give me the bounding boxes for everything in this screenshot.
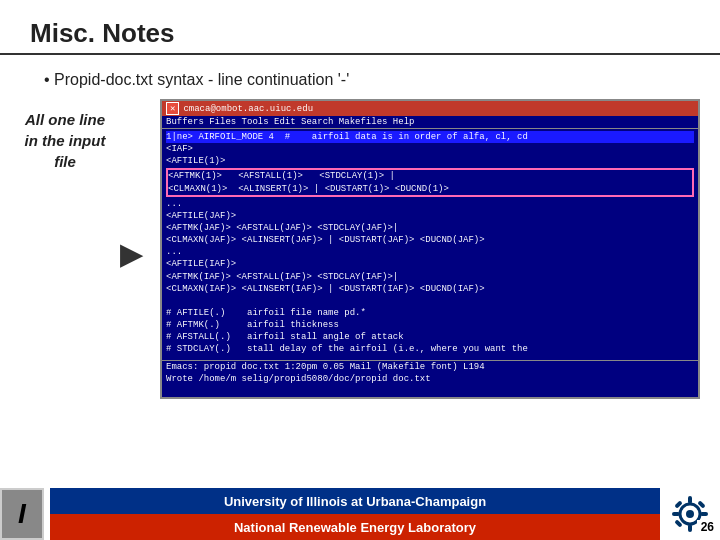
svg-rect-5: [700, 512, 708, 516]
terminal-line: <AFTILE(1)>: [166, 155, 694, 167]
terminal-line: # AFTMK(.) airfoil thickness: [166, 319, 694, 331]
terminal-statusbar: Emacs: propid doc.txt 1:20pm 0.05 Mail (…: [162, 360, 698, 373]
terminal-body: 1|ne> AIRFOIL_MODE 4 # airfoil data is i…: [162, 129, 698, 358]
terminal-titlebar: ✕ cmaca@ombot.aac.uiuc.edu: [162, 101, 698, 116]
terminal-line: 1|ne> AIRFOIL_MODE 4 # airfoil data is i…: [166, 131, 694, 143]
bullet-text: • Propid-doc.txt syntax - line continuat…: [0, 65, 720, 99]
uiuc-bar: University of Illinois at Urbana-Champai…: [50, 488, 660, 514]
arrow-icon: ▶: [120, 238, 142, 271]
terminal-line: <IAF>: [166, 143, 694, 155]
page-title: Misc. Notes: [0, 0, 720, 55]
svg-rect-3: [688, 524, 692, 532]
terminal-line: <AFTILE(JAF)>: [166, 210, 694, 222]
terminal-line: ...: [166, 246, 694, 258]
terminal-line: <CLMAXN(IAF)> <ALINSERT(IAF)> | <DUSTART…: [166, 283, 694, 295]
terminal-window: ✕ cmaca@ombot.aac.uiuc.edu Buffers Files…: [160, 99, 700, 399]
terminal-line: <AFTMK(JAF)> <AFSTALL(JAF)> <STDCLAY(JAF…: [166, 222, 694, 234]
terminal-line: <AFTMK(1)> <AFSTALL(1)> <STDCLAY(1)> |: [168, 170, 692, 182]
terminal-line: <CLMAXN(JAF)> <ALINSERT(JAF)> | <DUSTART…: [166, 234, 694, 246]
content-area: All one line in the input file ▶ ✕ cmaca…: [0, 99, 720, 399]
arrow-area: ▶: [120, 99, 150, 399]
terminal-line: <AFTILE(IAF)>: [166, 258, 694, 270]
page-number: 26: [697, 520, 718, 534]
terminal-close-button[interactable]: ✕: [166, 102, 179, 115]
terminal-line: [166, 295, 694, 307]
left-label: All one line in the input file: [20, 99, 110, 399]
bottom-text-area: University of Illinois at Urbana-Champai…: [50, 488, 660, 540]
svg-rect-4: [672, 512, 680, 516]
terminal-line: # AFTILE(.) airfoil file name pd.*: [166, 307, 694, 319]
terminal-highlighted-block: <AFTMK(1)> <AFSTALL(1)> <STDCLAY(1)> | <…: [166, 168, 694, 196]
terminal-line: <AFTMK(IAF)> <AFSTALL(IAF)> <STDCLAY(IAF…: [166, 271, 694, 283]
terminal-wrote-line: Wrote /home/m selig/propid5080/doc/propi…: [162, 373, 698, 385]
terminal-line: # AFSTALL(.) airfoil stall angle of atta…: [166, 331, 694, 343]
terminal-line: ...: [166, 198, 694, 210]
logo-i: I: [0, 488, 44, 540]
terminal-menubar: Buffers Files Tools Edit Search Makefile…: [162, 116, 698, 129]
bottom-bar: I University of Illinois at Urbana-Champ…: [0, 488, 720, 540]
terminal-line: # STDCLAY(.) stall delay of the airfoil …: [166, 343, 694, 355]
svg-point-1: [686, 510, 694, 518]
terminal-line: <CLMAXN(1)> <ALINSERT(1)> | <DUSTART(1)>…: [168, 183, 692, 195]
svg-rect-2: [688, 496, 692, 504]
terminal-title: cmaca@ombot.aac.uiuc.edu: [183, 104, 313, 114]
nrel-bar: National Renewable Energy Laboratory: [50, 514, 660, 540]
